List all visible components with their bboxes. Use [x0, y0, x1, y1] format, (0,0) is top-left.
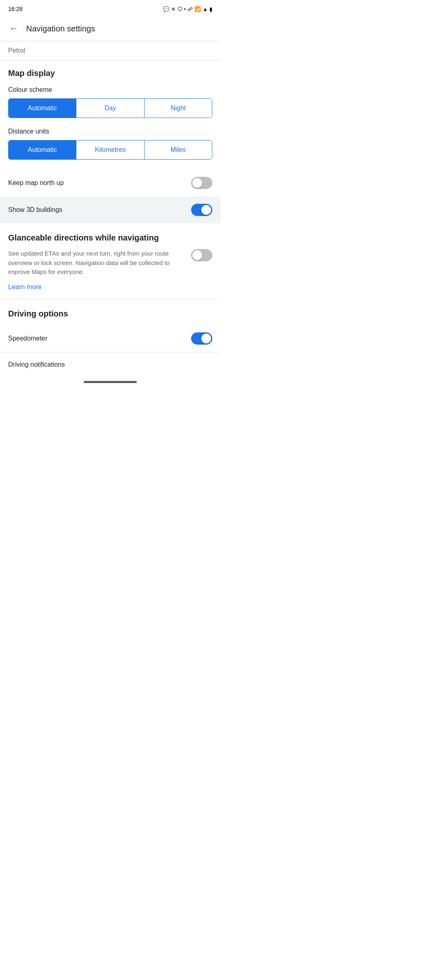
colour-scheme-label: Colour scheme [8, 86, 212, 94]
distance-kilometres-btn[interactable]: Kilometres [76, 140, 144, 159]
distance-automatic-btn[interactable]: Automatic [9, 140, 76, 159]
status-time: 16:28 [8, 6, 22, 12]
speedometer-row: Speedometer [0, 325, 220, 352]
distance-units-label: Distance units [8, 128, 212, 135]
glanceable-title: Glanceable directions while navigating [8, 233, 212, 243]
driving-options-section: Driving options [0, 299, 220, 318]
distance-miles-btn[interactable]: Miles [144, 140, 212, 159]
show-3d-buildings-slider [191, 204, 212, 216]
back-arrow-icon: ← [9, 23, 18, 34]
driving-options-title: Driving options [8, 309, 212, 318]
whatsapp-icon: 💬 [163, 6, 169, 12]
keep-north-up-toggle[interactable] [191, 177, 212, 189]
driving-notifications-label: Driving notifications [8, 361, 65, 368]
status-bar: 16:28 💬 ✕ 🗨 • ☍ 📶 ▲ ▮ [0, 0, 220, 16]
map-display-title: Map display [8, 69, 212, 78]
header: ← Navigation settings [0, 16, 220, 41]
show-3d-buildings-row: Show 3D buildings [0, 196, 220, 223]
dot-icon: • [184, 6, 186, 12]
speedometer-slider [191, 332, 212, 345]
x-icon: ✕ [171, 6, 176, 12]
colour-night-btn[interactable]: Night [144, 99, 212, 118]
colour-day-btn[interactable]: Day [76, 99, 144, 118]
signal-icon: ▲ [203, 6, 208, 12]
speedometer-label: Speedometer [8, 335, 47, 342]
bottom-bar [84, 381, 137, 383]
colour-automatic-btn[interactable]: Automatic [9, 99, 76, 118]
map-display-section: Map display Colour scheme Automatic Day … [0, 60, 220, 160]
keep-north-up-label: Keep map north up [8, 179, 64, 187]
location-icon: ☍ [187, 6, 193, 12]
chat-icon: 🗨 [177, 6, 183, 12]
colour-scheme-btn-group: Automatic Day Night [8, 98, 212, 118]
glanceable-toggle[interactable] [191, 249, 212, 261]
petrol-row: Petrol [0, 41, 220, 60]
page-title: Navigation settings [26, 24, 95, 33]
back-button[interactable]: ← [7, 21, 21, 36]
keep-north-up-row: Keep map north up [0, 169, 220, 196]
battery-icon: ▮ [209, 6, 212, 12]
glanceable-slider [191, 249, 212, 261]
status-icons: 💬 ✕ 🗨 • ☍ 📶 ▲ ▮ [163, 6, 212, 12]
speedometer-toggle[interactable] [191, 332, 212, 345]
petrol-label: Petrol [8, 47, 25, 54]
show-3d-buildings-label: Show 3D buildings [8, 206, 62, 214]
glanceable-description: See updated ETAs and your next turn, rig… [8, 249, 185, 277]
glanceable-section: Glanceable directions while navigating S… [0, 223, 220, 299]
driving-notifications-row: Driving notifications [0, 352, 220, 377]
keep-north-up-slider [191, 177, 212, 189]
learn-more-link[interactable]: Learn more [8, 283, 42, 291]
wifi-icon: 📶 [194, 6, 201, 12]
bottom-indicator [0, 377, 220, 385]
glanceable-body: See updated ETAs and your next turn, rig… [8, 249, 212, 277]
distance-units-btn-group: Automatic Kilometres Miles [8, 140, 212, 160]
show-3d-buildings-toggle[interactable] [191, 204, 212, 216]
